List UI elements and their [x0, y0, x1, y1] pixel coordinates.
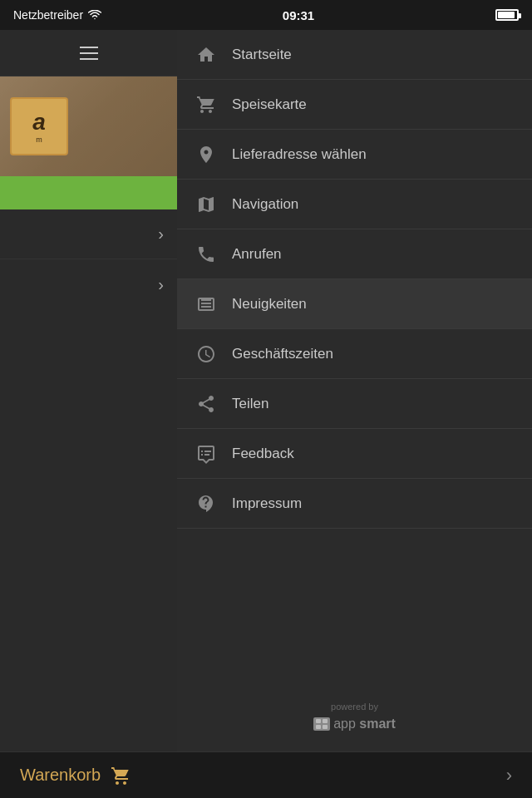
svg-rect-2: [316, 725, 321, 729]
nav-item-feedback[interactable]: Feedback: [177, 429, 532, 479]
main-layout: a m › › Startseite: [0, 30, 532, 751]
appsmart-symbol: [316, 719, 328, 729]
appsmart-logo: app smart: [313, 717, 396, 732]
battery-area: [495, 9, 519, 21]
nav-label-startseite: Startseite: [232, 47, 292, 63]
nav-item-anrufen[interactable]: Anrufen: [177, 229, 532, 279]
map-icon: [194, 192, 219, 217]
arrow-section-2[interactable]: ›: [0, 259, 177, 309]
hamburger-button[interactable]: [80, 47, 98, 60]
logo-area: a m: [0, 76, 177, 176]
status-time: 09:31: [283, 8, 314, 22]
chevron-right-icon-1: ›: [158, 224, 164, 244]
nav-label-teilen: Teilen: [232, 396, 268, 412]
carrier-name: Netzbetreiber: [13, 8, 83, 22]
pin-icon: [194, 142, 219, 167]
app-header: [0, 30, 177, 76]
logo-box: a m: [10, 97, 68, 155]
cart-icon-bottom: [111, 766, 132, 785]
svg-rect-3: [323, 725, 328, 729]
battery-icon: [495, 9, 519, 21]
bottom-bar: Warenkorb ›: [0, 751, 532, 798]
news-icon: [194, 292, 219, 317]
nav-label-speisekarte: Speisekarte: [232, 96, 307, 113]
warenkorb-section[interactable]: Warenkorb: [20, 766, 132, 785]
phone-icon: [194, 242, 219, 267]
nav-label-anrufen: Anrufen: [232, 246, 282, 263]
nav-item-teilen[interactable]: Teilen: [177, 379, 532, 429]
left-panel: a m › ›: [0, 30, 177, 751]
powered-by-label: powered by: [331, 702, 378, 712]
nav-label-geschaeftszeiten: Geschäftszeiten: [232, 346, 333, 362]
svg-rect-1: [323, 719, 328, 723]
cart-icon: [194, 92, 219, 117]
wifi-icon: [88, 10, 101, 20]
arrow-section-1[interactable]: ›: [0, 209, 177, 259]
status-bar: Netzbetreiber 09:31: [0, 0, 532, 30]
nav-item-impressum[interactable]: Impressum: [177, 479, 532, 529]
nav-item-neuigkeiten[interactable]: Neuigkeiten: [177, 279, 532, 329]
home-icon: [194, 42, 219, 67]
svg-rect-0: [316, 719, 321, 723]
carrier-info: Netzbetreiber: [13, 8, 101, 22]
logo-sub: m: [36, 135, 42, 144]
share-icon: [194, 392, 219, 416]
nav-item-geschaeftszeiten[interactable]: Geschäftszeiten: [177, 329, 532, 379]
right-panel: Startseite Speisekarte Lieferadresse wäh…: [177, 30, 532, 751]
handshake-icon: [194, 491, 219, 516]
nav-label-feedback: Feedback: [232, 446, 294, 462]
nav-label-impressum: Impressum: [232, 495, 302, 512]
nav-label-lieferadresse: Lieferadresse wählen: [232, 146, 367, 163]
nav-menu: Startseite Speisekarte Lieferadresse wäh…: [177, 30, 532, 682]
nav-item-lieferadresse[interactable]: Lieferadresse wählen: [177, 130, 532, 180]
logo-letter: a: [32, 109, 46, 135]
nav-item-navigation[interactable]: Navigation: [177, 180, 532, 229]
chevron-right-icon-2: ›: [158, 275, 164, 294]
nav-label-navigation: Navigation: [232, 196, 298, 213]
powered-by-section: powered by app smart: [177, 682, 532, 751]
warenkorb-label: Warenkorb: [20, 766, 101, 785]
feedback-icon: [194, 441, 219, 466]
appsmart-text: app smart: [333, 717, 396, 732]
nav-label-neuigkeiten: Neuigkeiten: [232, 296, 307, 313]
clock-icon: [194, 342, 219, 367]
appsmart-icon: [313, 717, 330, 731]
bottom-chevron-icon[interactable]: ›: [506, 765, 512, 786]
nav-item-startseite[interactable]: Startseite: [177, 30, 532, 80]
nav-item-speisekarte[interactable]: Speisekarte: [177, 80, 532, 130]
green-banner: [0, 176, 177, 209]
